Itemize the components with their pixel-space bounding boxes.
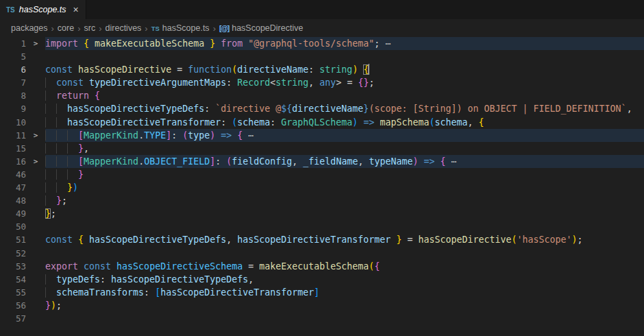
line-number: 52 (0, 247, 26, 260)
breadcrumb-separator: › (51, 23, 54, 34)
indent-guide (56, 130, 67, 141)
code-line-7[interactable]: 7 const typeDirectiveArgumentMaps: Recor… (0, 76, 644, 89)
line-number: 11 (0, 129, 26, 142)
line-number: 5 (0, 50, 26, 63)
code-token: hasScopeDirectiveTypeDefs (67, 104, 204, 114)
code-token: MapperKind (84, 156, 138, 167)
code-token: {} (358, 77, 369, 88)
breadcrumb-label: src (84, 23, 96, 33)
code-line-56[interactable]: 56}); (0, 299, 644, 312)
indent-guide (45, 182, 56, 193)
code-token: mapSchema (380, 117, 429, 128)
code-token: . (138, 156, 144, 167)
fold-chevron-icon[interactable]: > (26, 129, 45, 142)
code-line-15[interactable]: 15 }, (0, 142, 644, 155)
code-token: : (100, 274, 111, 285)
fold-column (26, 194, 45, 207)
code-token: } (67, 182, 73, 193)
code-line-1[interactable]: 1>import { makeExecutableSchema } from "… (0, 37, 644, 50)
breadcrumb-separator: › (145, 23, 147, 34)
line-number: 48 (0, 194, 26, 207)
code-line-52[interactable]: 52 (0, 247, 644, 260)
code-line-6[interactable]: 6const hasScopeDirective = function(dire… (0, 63, 644, 76)
code-text: const hasScopeDirective = function(direc… (45, 63, 644, 76)
code-line-47[interactable]: 47 }) (0, 181, 644, 194)
code-text: }, (45, 142, 644, 155)
tab-hasscope[interactable]: TS hasScope.ts × (0, 0, 86, 19)
code-text: typeDefs: hasScopeDirectiveTypeDefs, (45, 273, 644, 286)
code-line-10[interactable]: 10 hasScopeDirectiveTransformer: (schema… (0, 116, 644, 129)
breadcrumb-label: packages (11, 23, 48, 33)
code-token: [ (78, 130, 84, 141)
code-line-54[interactable]: 54 typeDefs: hasScopeDirectiveTypeDefs, (0, 273, 644, 286)
code-token: , (627, 104, 632, 114)
typescript-file-icon: TS (151, 25, 160, 32)
indent-guide (45, 91, 56, 101)
code-token: ; (56, 300, 62, 311)
code-line-9[interactable]: 9 hasScopeDirectiveTypeDefs: `directive … (0, 102, 644, 115)
code-line-55[interactable]: 55 schemaTransforms: [hasScopeDirectiveT… (0, 286, 644, 299)
text-cursor (369, 64, 369, 75)
breadcrumb-item-hasscopedirective[interactable]: [@]hasScopeDirective (219, 23, 303, 33)
code-text: [MapperKind.OBJECT_FIELD]: (fieldConfig,… (45, 155, 644, 168)
indent-guide (45, 274, 56, 285)
code-token: (scope: [String]) on OBJECT | FIELD_DEFI… (369, 104, 626, 114)
indent-guide (45, 195, 56, 206)
code-text: return { (45, 89, 644, 102)
breadcrumb-item-directives[interactable]: directives (106, 23, 142, 33)
code-token: { (363, 64, 369, 75)
code-line-49[interactable]: 49}; (0, 207, 644, 220)
code-token: any (319, 77, 336, 88)
code-line-53[interactable]: 53export const hasScopeDirectiveSchema =… (0, 260, 644, 273)
breadcrumb-item-src[interactable]: src (84, 23, 96, 33)
code-text: const typeDirectiveArgumentMaps: Record<… (45, 76, 644, 89)
code-token: hasScopeDirective (418, 235, 511, 245)
code-token: const (56, 77, 89, 88)
line-number: 8 (0, 89, 26, 102)
fold-chevron-icon[interactable]: > (26, 155, 45, 168)
breadcrumb: packages›core›src›directives›TShasScope.… (0, 19, 644, 37)
code-line-51[interactable]: 51const { hasScopeDirectiveTypeDefs, has… (0, 233, 644, 246)
code-token: ⋯ (446, 156, 457, 167)
code-token: => (358, 117, 380, 128)
line-number: 49 (0, 207, 26, 220)
close-icon[interactable]: × (73, 5, 79, 14)
code-line-48[interactable]: 48 }; (0, 194, 644, 207)
code-token: . (138, 130, 144, 141)
code-token: ⋯ (243, 130, 253, 141)
code-token: hasScopeDirectiveTransformer (67, 117, 221, 128)
breadcrumb-item-core[interactable]: core (58, 23, 74, 33)
code-line-50[interactable]: 50 (0, 220, 644, 233)
indent-guide (45, 117, 56, 128)
code-token: ; (51, 208, 56, 219)
indent-guide (67, 156, 78, 167)
code-token: ; (578, 235, 583, 245)
code-text: }; (45, 194, 644, 207)
fold-column (26, 233, 45, 246)
breadcrumb-separator: › (99, 23, 101, 34)
code-line-46[interactable]: 46 } (0, 168, 644, 181)
code-line-8[interactable]: 8 return { (0, 89, 644, 102)
line-number: 9 (0, 102, 26, 115)
code-line-5[interactable]: 5 (0, 50, 644, 63)
code-token: function (188, 64, 232, 75)
code-token: export (45, 261, 84, 272)
breadcrumb-label: hasScope.ts (162, 23, 210, 33)
code-token: schemaTransforms (56, 287, 144, 298)
fold-chevron-icon[interactable]: > (26, 37, 45, 50)
indent-guide (45, 143, 56, 154)
code-token: MapperKind (84, 130, 138, 141)
indent-guide (45, 169, 56, 180)
code-editor[interactable]: 1>import { makeExecutableSchema } from "… (0, 37, 644, 325)
code-line-57[interactable]: 57 (0, 312, 644, 325)
code-token: } (391, 235, 401, 245)
breadcrumb-item-packages[interactable]: packages (11, 23, 48, 33)
code-line-16[interactable]: 16> [MapperKind.OBJECT_FIELD]: (fieldCon… (0, 155, 644, 168)
code-token: const (45, 64, 78, 75)
code-token: , (358, 156, 369, 167)
code-line-11[interactable]: 11> [MapperKind.TYPE]: (type) => { ⋯ (0, 129, 644, 142)
code-token: hasScopeDirectiveTypeDefs (89, 235, 226, 245)
breadcrumb-item-hasscope-ts[interactable]: TShasScope.ts (151, 23, 210, 33)
line-number: 10 (0, 116, 26, 129)
line-number: 50 (0, 220, 26, 233)
